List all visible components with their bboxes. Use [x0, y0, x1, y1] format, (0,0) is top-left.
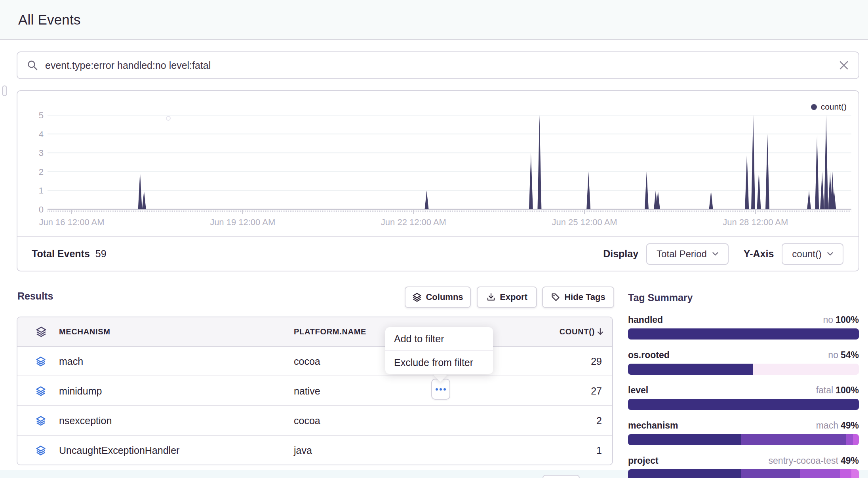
- chart-legend[interactable]: count(): [811, 102, 847, 112]
- tag-bar-segment[interactable]: [800, 469, 840, 478]
- ellipsis-icon: [436, 388, 438, 391]
- table-row: machcocoa29: [17, 347, 612, 376]
- cell-mechanism: minidump: [59, 385, 102, 396]
- tag-bar-segment[interactable]: [628, 364, 753, 375]
- stack-icon[interactable]: [36, 415, 46, 426]
- column-header-mechanism[interactable]: MECHANISM: [59, 327, 110, 336]
- tag-distribution-bar[interactable]: [628, 328, 859, 340]
- cell-mechanism: nsexception: [59, 415, 112, 426]
- stack-icon: [412, 292, 422, 302]
- search-input[interactable]: event.type:error handled:no level:fatal: [45, 60, 832, 71]
- cell-platform: cocoa: [294, 415, 320, 426]
- export-button-label: Export: [500, 292, 527, 302]
- tag-distribution-bar[interactable]: [628, 399, 859, 410]
- tag-summary-item: projectsentry-cocoa-test49%: [628, 455, 859, 478]
- total-events-value: 59: [95, 248, 107, 260]
- stack-icon[interactable]: [36, 386, 46, 396]
- events-chart: 012345Jun 16 12:00 AMJun 19 12:00 AMJun …: [17, 91, 858, 236]
- tag-bar-segment[interactable]: [840, 469, 851, 478]
- chevron-down-icon: [827, 252, 833, 256]
- table-header-row: MECHANISM PLATFORM.NAME COUNT(): [17, 317, 612, 347]
- display-label: Display: [603, 248, 638, 260]
- tag-distribution-bar[interactable]: [628, 434, 859, 445]
- legend-series-label: count(): [821, 102, 847, 112]
- column-header-count[interactable]: COUNT(): [560, 327, 604, 336]
- total-events-label: Total Events: [32, 248, 90, 260]
- tag-top-percent: 100%: [836, 315, 859, 325]
- cell-count: 29: [591, 355, 602, 367]
- hide-tags-button-label: Hide Tags: [564, 292, 605, 302]
- sort-desc-icon: [596, 327, 604, 336]
- stack-icon[interactable]: [36, 445, 46, 455]
- tag-summary-item: os.rootedno54%: [628, 350, 859, 375]
- tag-label: handled: [628, 315, 663, 325]
- tag-summary-items: handledno100%os.rootedno54%levelfatal100…: [628, 315, 859, 478]
- tag-top-value: mach: [816, 420, 838, 431]
- yaxis-select[interactable]: count(): [782, 243, 843, 265]
- tag-bar-segment[interactable]: [741, 434, 846, 445]
- tag-top-percent: 49%: [841, 455, 859, 466]
- tag-bar-segment[interactable]: [753, 364, 859, 375]
- columns-button[interactable]: Columns: [405, 286, 471, 308]
- columns-button-label: Columns: [426, 292, 463, 302]
- svg-text:5: 5: [39, 110, 44, 120]
- clear-search-icon[interactable]: [839, 60, 849, 70]
- results-table: MECHANISM PLATFORM.NAME COUNT() machcoco…: [17, 317, 613, 465]
- tag-top-percent: 100%: [836, 385, 859, 395]
- svg-text:Jun 22 12:00 AM: Jun 22 12:00 AM: [381, 217, 446, 227]
- tag-bar-segment[interactable]: [853, 434, 859, 445]
- context-menu: Add to filter Exclude from filter: [385, 327, 493, 374]
- stack-icon[interactable]: [36, 356, 46, 366]
- page-header: All Events: [0, 0, 868, 40]
- yaxis-select-value: count(): [792, 248, 822, 260]
- search-bar[interactable]: event.type:error handled:no level:fatal: [17, 51, 859, 79]
- tag-summary-item: handledno100%: [628, 315, 859, 340]
- pagination-button-partial[interactable]: [542, 475, 580, 478]
- tag-bar-segment[interactable]: [628, 399, 859, 410]
- panel-drag-handle[interactable]: [2, 85, 7, 96]
- tag-bar-segment[interactable]: [851, 469, 859, 478]
- yaxis-label: Y-Axis: [744, 248, 774, 260]
- page-title: All Events: [18, 12, 81, 28]
- menu-item-add-to-filter[interactable]: Add to filter: [385, 327, 493, 350]
- tag-bar-segment[interactable]: [846, 434, 853, 445]
- svg-text:0: 0: [39, 205, 44, 214]
- table-row: minidumpnative27: [17, 376, 612, 405]
- column-header-platform[interactable]: PLATFORM.NAME: [294, 327, 366, 336]
- cell-platform: java: [294, 444, 312, 456]
- tag-distribution-bar[interactable]: [628, 364, 859, 375]
- menu-item-exclude-from-filter[interactable]: Exclude from filter: [385, 351, 493, 374]
- display-select[interactable]: Total Period: [646, 243, 729, 265]
- events-chart-panel: 012345Jun 16 12:00 AMJun 19 12:00 AMJun …: [17, 90, 859, 271]
- tag-top-value: no: [828, 350, 838, 360]
- svg-text:Jun 16 12:00 AM: Jun 16 12:00 AM: [39, 217, 104, 227]
- hide-tags-button[interactable]: Hide Tags: [542, 286, 614, 308]
- tag-bar-segment[interactable]: [628, 328, 859, 340]
- tag-summary-title: Tag Summary: [628, 292, 859, 303]
- legend-series-dot: [811, 104, 817, 110]
- tag-label: project: [628, 455, 659, 466]
- svg-text:Jun 19 12:00 AM: Jun 19 12:00 AM: [210, 217, 275, 227]
- svg-text:2: 2: [39, 167, 44, 177]
- cell-count: 2: [596, 415, 602, 426]
- tag-icon: [551, 292, 560, 302]
- cell-mechanism: mach: [59, 355, 83, 367]
- table-body: machcocoa29 minidumpnative27 nsexception…: [17, 347, 612, 465]
- tag-distribution-bar[interactable]: [628, 469, 859, 478]
- svg-text:Jun 28 12:00 AM: Jun 28 12:00 AM: [723, 217, 788, 227]
- tag-bar-segment[interactable]: [628, 469, 741, 478]
- download-icon: [486, 292, 496, 302]
- tag-top-value: sentry-cocoa-test: [769, 455, 838, 466]
- tag-bar-segment[interactable]: [741, 469, 800, 478]
- display-select-value: Total Period: [657, 248, 707, 260]
- tag-bar-segment[interactable]: [628, 434, 741, 445]
- tag-summary-item: levelfatal100%: [628, 385, 859, 410]
- cell-count: 1: [596, 444, 602, 456]
- search-icon: [27, 60, 38, 71]
- svg-text:3: 3: [39, 148, 44, 158]
- cell-actions-button[interactable]: [431, 379, 450, 400]
- stack-icon[interactable]: [36, 326, 47, 337]
- tag-top-percent: 54%: [841, 350, 859, 360]
- export-button[interactable]: Export: [477, 286, 537, 308]
- table-row: UncaughtExceptionHandlerjava1: [17, 435, 612, 465]
